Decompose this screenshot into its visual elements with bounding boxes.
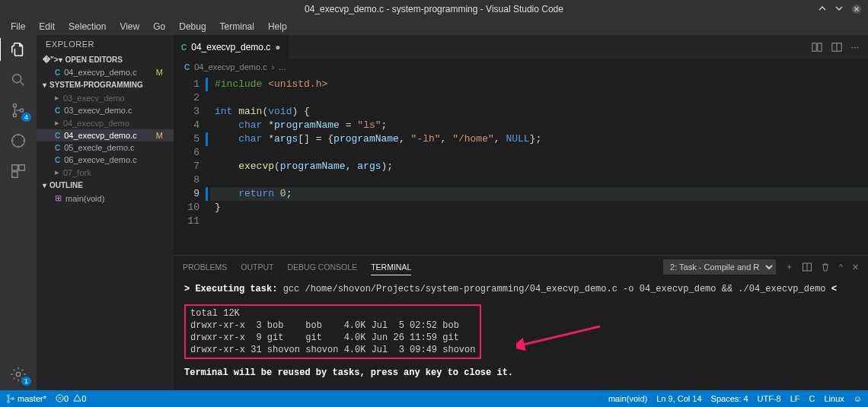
maximize-icon[interactable] <box>834 4 844 14</box>
svg-point-17 <box>8 395 10 397</box>
status-os[interactable]: Linux <box>824 394 844 403</box>
tab-debug-console[interactable]: DEBUG CONSOLE <box>288 259 358 275</box>
project-section[interactable]: ▾ SYSTEM-PROGRAMMING <box>37 78 174 91</box>
minimize-icon[interactable] <box>818 4 827 14</box>
breadcrumb[interactable]: C 04_execvp_demo.c › ... <box>174 59 868 75</box>
bottom-panel: PROBLEMS OUTPUT DEBUG CONSOLE TERMINAL 2… <box>174 255 868 390</box>
svg-line-16 <box>520 326 600 345</box>
c-file-icon: C <box>55 68 60 77</box>
menu-terminal[interactable]: Terminal <box>214 20 260 33</box>
file-item[interactable]: ▸04_execvp_demo <box>37 116 174 129</box>
menu-help[interactable]: Help <box>262 20 293 33</box>
modified-indicator <box>206 78 208 91</box>
title-bar: 04_execvp_demo.c - system-programming - … <box>0 0 868 18</box>
close-tab-icon[interactable]: ● <box>275 42 280 52</box>
chevron-down-icon: ▾ <box>43 81 46 89</box>
status-eol[interactable]: LF <box>790 394 800 403</box>
outline-section[interactable]: ▾ OUTLINE <box>37 179 174 192</box>
svg-point-4 <box>20 109 23 112</box>
source-control-icon[interactable]: 4 <box>10 102 27 119</box>
line-number-gutter: 1234567891011 <box>174 75 210 255</box>
svg-rect-7 <box>19 165 24 170</box>
window-title: 04_execvp_demo.c - system-programming - … <box>305 4 563 14</box>
panel-tabs: PROBLEMS OUTPUT DEBUG CONSOLE TERMINAL 2… <box>174 256 868 278</box>
status-scope[interactable]: main(void) <box>608 394 647 403</box>
editor-area: C 04_execvp_demo.c ● ··· C 04_execvp_dem… <box>174 35 868 390</box>
svg-point-18 <box>8 400 10 402</box>
settings-badge: 1 <box>21 377 31 386</box>
svg-point-3 <box>13 113 16 116</box>
extensions-icon[interactable] <box>10 163 27 180</box>
tab-bar: C 04_execvp_demo.c ● ··· <box>174 35 868 59</box>
file-item[interactable]: C05_execle_demo.c <box>37 141 174 154</box>
menu-file[interactable]: File <box>5 20 31 33</box>
split-editor-icon[interactable] <box>831 42 842 52</box>
svg-point-19 <box>12 398 14 400</box>
search-icon[interactable] <box>10 72 27 88</box>
split-terminal-icon[interactable] <box>803 262 812 272</box>
tab-terminal[interactable]: TERMINAL <box>371 259 411 275</box>
svg-rect-6 <box>12 165 18 170</box>
menu-view[interactable]: View <box>113 20 145 33</box>
new-terminal-icon[interactable]: ＋ <box>785 262 793 272</box>
close-panel-icon[interactable]: ✕ <box>852 262 859 272</box>
maximize-panel-icon[interactable]: ^ <box>839 262 843 272</box>
explorer-header: EXPLORER <box>37 35 174 53</box>
explorer-icon[interactable] <box>10 41 27 58</box>
c-file-icon: C <box>55 156 60 164</box>
settings-gear-icon[interactable]: 1 <box>10 366 27 383</box>
window-controls <box>818 4 862 14</box>
tab-problems[interactable]: PROBLEMS <box>183 259 227 275</box>
file-item[interactable]: C06_execve_demo.c <box>37 154 174 166</box>
status-spaces[interactable]: Spaces: 4 <box>711 394 748 403</box>
ls-output-highlight: total 12Kdrwxr-xr-x 3 bob bob 4.0K Jul 5… <box>184 304 481 359</box>
tab-label: 04_execvp_demo.c <box>191 42 270 52</box>
more-icon[interactable]: ··· <box>851 42 859 52</box>
status-encoding[interactable]: UTF-8 <box>758 394 781 403</box>
svg-point-2 <box>13 103 16 107</box>
chevron-down-icon: ▾ <box>43 181 46 189</box>
status-language[interactable]: C <box>809 394 815 403</box>
modified-indicator <box>206 187 208 201</box>
svg-point-9 <box>16 372 21 377</box>
file-item[interactable]: C04_execvp_demo.cM <box>37 129 174 141</box>
chevron-down-icon: �">▾ <box>43 56 62 64</box>
terminal-selector[interactable]: 2: Task - Compile and R <box>663 259 776 275</box>
svg-rect-11 <box>818 43 822 52</box>
symbol-method-icon: ⊞ <box>55 193 62 203</box>
scm-badge: 4 <box>21 113 31 122</box>
code-editor[interactable]: 1234567891011 #include <unistd.h> int ma… <box>174 75 868 255</box>
status-position[interactable]: Ln 9, Col 14 <box>656 394 701 403</box>
menu-bar: FileEditSelectionViewGoDebugTerminalHelp <box>0 18 868 35</box>
kill-terminal-icon[interactable] <box>821 262 830 272</box>
outline-item[interactable]: ⊞main(void) <box>37 192 174 205</box>
tab-output[interactable]: OUTPUT <box>241 259 273 275</box>
c-file-icon: C <box>55 107 60 115</box>
menu-edit[interactable]: Edit <box>33 20 61 33</box>
menu-selection[interactable]: Selection <box>62 20 112 33</box>
feedback-icon[interactable]: ☺ <box>854 394 862 403</box>
compare-icon[interactable] <box>812 42 822 52</box>
editor-tab[interactable]: C 04_execvp_demo.c ● <box>174 35 289 59</box>
open-editors-section[interactable]: �">▾ OPEN EDITORS <box>37 53 174 66</box>
file-item[interactable]: ▸07_fork <box>37 166 174 179</box>
branch-indicator[interactable]: master* <box>6 394 46 403</box>
menu-go[interactable]: Go <box>147 20 171 33</box>
terminal-output[interactable]: > Executing task: gcc /home/shovon/Proje… <box>174 278 868 390</box>
svg-rect-8 <box>12 172 18 177</box>
annotation-arrow-icon <box>516 323 608 353</box>
c-file-icon: C <box>55 132 60 140</box>
c-file-icon: C <box>184 63 190 72</box>
errors-warnings[interactable]: 0 0 <box>56 394 86 403</box>
file-item[interactable]: ▸03_execv_demo <box>37 91 174 104</box>
binary-file-icon: ▸ <box>55 167 59 177</box>
file-item[interactable]: C03_execv_demo.c <box>37 104 174 116</box>
menu-debug[interactable]: Debug <box>173 20 212 33</box>
open-editor-item[interactable]: C04_execvp_demo.cM <box>37 66 174 78</box>
activity-bar: 4 1 <box>0 35 37 390</box>
debug-icon[interactable] <box>10 132 27 149</box>
close-icon[interactable] <box>851 4 862 14</box>
terminal-reuse-msg: Terminal will be reused by tasks, press … <box>184 367 857 379</box>
status-bar: master* 0 0 main(void) Ln 9, Col 14 Spac… <box>0 390 868 407</box>
modified-indicator <box>206 132 208 146</box>
